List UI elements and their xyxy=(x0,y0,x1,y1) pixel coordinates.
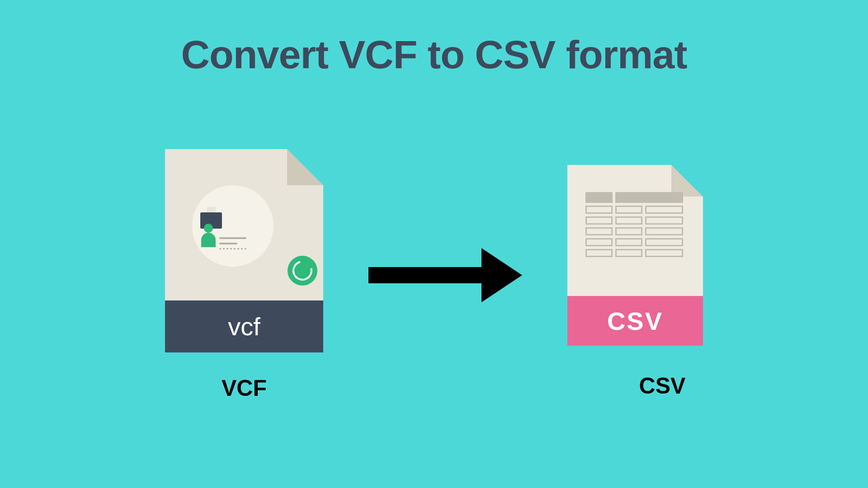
page-title: Convert VCF to CSV format xyxy=(0,32,868,78)
refresh-icon xyxy=(285,253,320,288)
spreadsheet-icon xyxy=(585,192,685,260)
source-file-container: vcf VCF xyxy=(165,149,323,401)
contact-badge-icon xyxy=(192,185,274,267)
csv-file-icon: CSV xyxy=(567,165,703,346)
file-ext-label: vcf xyxy=(165,300,323,352)
arrow-right-icon xyxy=(368,248,522,302)
target-caption: CSV xyxy=(639,373,686,399)
vcf-file-icon: vcf xyxy=(165,149,323,352)
file-ext-label: CSV xyxy=(567,296,703,346)
page-fold-icon xyxy=(287,149,323,185)
person-silhouette-icon xyxy=(201,233,216,247)
source-caption: VCF xyxy=(222,375,267,401)
target-file-container: CSV CSV xyxy=(567,151,703,399)
conversion-diagram: vcf VCF CSV CSV xyxy=(0,149,868,401)
